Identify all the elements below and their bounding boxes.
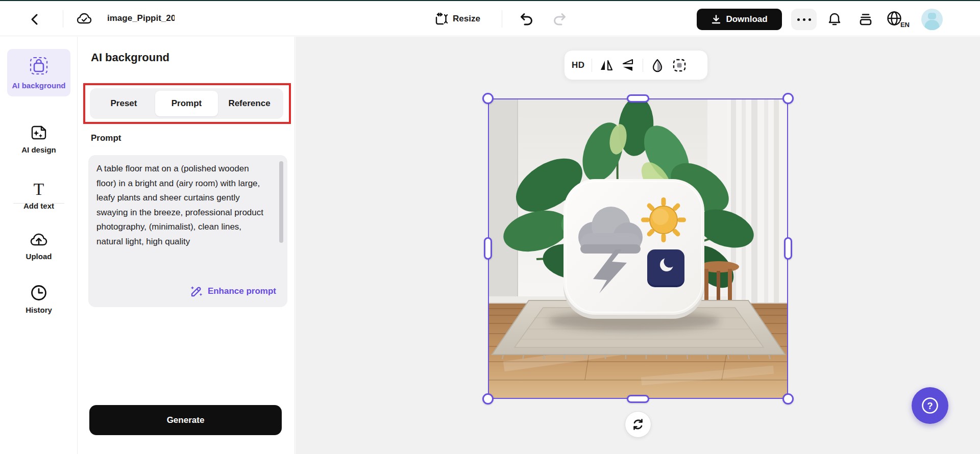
person-icon: [921, 9, 943, 30]
top-bar: image_Pippit_20 Resize Download: [0, 1, 980, 36]
download-button[interactable]: Download: [697, 9, 782, 30]
enhance-prompt-label: Enhance prompt: [208, 286, 276, 296]
flip-vertical-button[interactable]: [621, 58, 636, 73]
ai-background-icon: [28, 55, 50, 78]
panel-title: AI background: [91, 51, 169, 64]
selection-handle-top-right[interactable]: [782, 93, 794, 104]
undo-button[interactable]: [517, 11, 535, 28]
tab-prompt[interactable]: Prompt: [155, 91, 218, 116]
canvas-image[interactable]: [488, 98, 788, 399]
stack-icon: [859, 12, 873, 27]
select-subject-icon: [672, 58, 687, 72]
tab-reference[interactable]: Reference: [218, 91, 281, 116]
weather-icon-tile: [548, 179, 720, 331]
sidebar-item-ai-design[interactable]: AI design: [7, 123, 70, 155]
toolbar-divider: [592, 59, 592, 72]
sidebar-item-history[interactable]: History: [7, 284, 70, 315]
back-button[interactable]: [26, 10, 44, 29]
selection-handle-bottom-left[interactable]: [482, 393, 494, 405]
document-title[interactable]: image_Pippit_20: [107, 13, 175, 26]
download-icon: [711, 14, 721, 24]
selection-handle-top-left[interactable]: [482, 93, 494, 104]
dot: [803, 18, 805, 21]
toolbar-divider: [643, 59, 643, 72]
resize-icon: [434, 12, 448, 26]
avatar[interactable]: [921, 9, 943, 30]
selection-handle-left[interactable]: [484, 237, 492, 260]
dot: [797, 18, 800, 21]
language-button[interactable]: EN: [886, 10, 909, 29]
download-label: Download: [726, 14, 767, 24]
refresh-icon: [631, 418, 645, 431]
cloud-saved-icon: [76, 11, 93, 27]
sidebar-item-upload[interactable]: Upload: [7, 231, 70, 261]
prompt-input[interactable]: A table floor mat on a (polished wooden …: [88, 155, 287, 307]
workspace-stack-button[interactable]: [857, 11, 874, 28]
more-options-button[interactable]: [791, 9, 817, 30]
sidebar: AI background AI design T Add text Uploa…: [0, 37, 78, 454]
resize-label: Resize: [453, 14, 480, 24]
app-root: image_Pippit_20 Resize Download: [0, 0, 980, 454]
add-text-icon: T: [34, 181, 44, 198]
notifications-button[interactable]: [826, 11, 843, 28]
dot: [808, 18, 811, 21]
ai-design-icon: [29, 123, 48, 142]
selection-handle-bottom[interactable]: [627, 395, 649, 403]
flip-horizontal-button[interactable]: [599, 58, 614, 73]
prompt-text[interactable]: A table floor mat on a (polished wooden …: [96, 162, 268, 255]
sidebar-label: AI design: [21, 145, 56, 155]
flip-vertical-icon: [621, 59, 635, 72]
regenerate-button[interactable]: [625, 411, 651, 438]
hd-button[interactable]: HD: [572, 60, 585, 70]
selection-handle-bottom-right[interactable]: [782, 393, 794, 405]
redo-icon: [553, 12, 568, 27]
header-divider: [63, 10, 63, 28]
sidebar-item-ai-background[interactable]: AI background: [7, 49, 70, 96]
canvas-area[interactable]: HD: [296, 37, 980, 454]
generate-button[interactable]: Generate: [89, 405, 282, 435]
sun: [641, 197, 686, 242]
redo-button[interactable]: [551, 11, 570, 28]
flip-horizontal-icon: [599, 59, 614, 72]
svg-text:?: ?: [927, 401, 933, 411]
room-scene-image: [488, 98, 788, 399]
resize-button[interactable]: Resize: [434, 10, 480, 28]
droplet-icon: [651, 58, 664, 72]
tab-preset[interactable]: Preset: [92, 91, 155, 116]
opacity-button[interactable]: [650, 58, 665, 73]
prompt-section-label: Prompt: [91, 133, 121, 143]
prompt-scrollbar[interactable]: [279, 161, 283, 243]
enhance-prompt-button[interactable]: Enhance prompt: [190, 285, 276, 298]
magic-pen-icon: [190, 285, 203, 298]
sidebar-label: Upload: [26, 251, 52, 261]
ai-background-panel: AI background Preset Prompt Reference Pr…: [78, 37, 295, 454]
sidebar-label: Add text: [23, 201, 54, 211]
sidebar-label: AI background: [12, 81, 65, 90]
chevron-left-icon: [29, 13, 40, 26]
moon-square: [647, 249, 684, 287]
undo-icon: [518, 12, 533, 27]
tab-bar: Preset Prompt Reference: [90, 88, 283, 119]
header-divider-2: [502, 10, 502, 28]
upload-icon: [29, 231, 48, 248]
history-icon: [30, 284, 48, 302]
sidebar-label: History: [26, 305, 52, 315]
bell-icon: [827, 12, 842, 27]
question-icon: ?: [920, 396, 940, 415]
sidebar-item-add-text[interactable]: T Add text: [7, 181, 70, 211]
help-button[interactable]: ?: [912, 387, 948, 424]
select-subject-button[interactable]: [672, 58, 687, 73]
image-toolbar: HD: [564, 50, 708, 80]
selection-handle-top[interactable]: [627, 94, 649, 103]
language-label: EN: [900, 21, 910, 28]
selection-handle-right[interactable]: [784, 237, 792, 260]
